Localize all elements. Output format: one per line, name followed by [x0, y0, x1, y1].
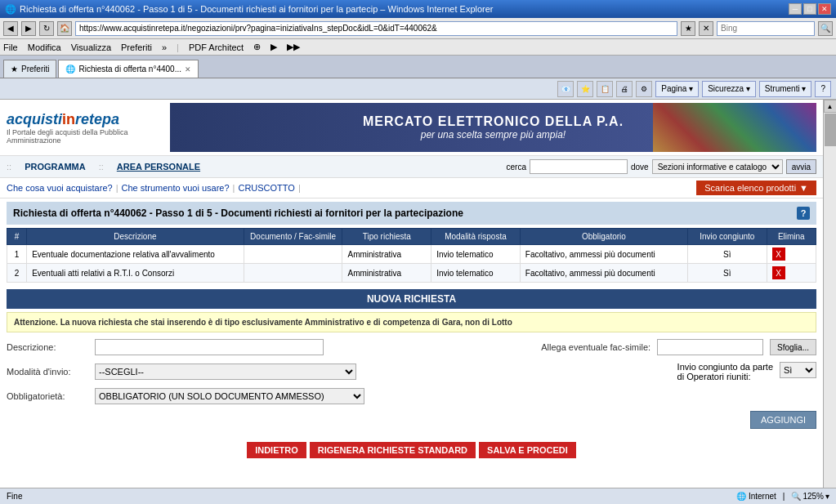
menu-pdf-icon2[interactable]: ▶: [270, 42, 277, 52]
row2-modalita: Invio telematico: [431, 264, 521, 283]
invio-select[interactable]: Sì: [780, 362, 816, 378]
descrizione-input[interactable]: [95, 339, 324, 355]
toolbar-icon3[interactable]: 📋: [597, 81, 613, 97]
row1-desc: Eventuale documentazione relativa all'av…: [27, 245, 244, 264]
form-row-obbligatorieta: Obbligatorietà: OBBLIGATORIO (UN SOLO DO…: [7, 388, 816, 404]
address-bar: ◀ ▶ ↻ 🏠 ★ ✕ 🔍: [0, 18, 836, 39]
delete-row1-button[interactable]: X: [772, 248, 785, 261]
menu-pdf-icon1[interactable]: ⊕: [253, 42, 261, 52]
row2-elimina: X: [767, 264, 816, 283]
logo-area: acquistiinretepa Il Portale degli acquis…: [7, 111, 170, 145]
favorites-star[interactable]: ★: [681, 21, 695, 36]
subnav-cosa[interactable]: Che cosa vuoi acquistare?: [7, 181, 113, 194]
page-title: Richiesta di offerta n°440062 - Passo 1 …: [13, 207, 463, 219]
refresh-stop[interactable]: ✕: [699, 21, 713, 36]
col-obbligatorio: Obbligatorio: [520, 229, 687, 245]
menu-preferiti[interactable]: Preferiti: [121, 42, 152, 52]
obbligatorieta-select[interactable]: OBBLIGATORIO (UN SOLO DOCUMENTO AMMESSO): [95, 388, 364, 404]
tab-close-button[interactable]: ✕: [185, 65, 191, 74]
form-row-descrizione: Descrizione: Allega eventuale fac-simile…: [7, 339, 816, 355]
close-button[interactable]: ✕: [818, 3, 831, 15]
indietro-button[interactable]: INDIETRO: [247, 442, 306, 458]
descrizione-label: Descrizione:: [7, 342, 88, 352]
toolbar-icon4[interactable]: 🖨: [616, 81, 633, 97]
modalita-select[interactable]: --SCEGLI--: [95, 364, 356, 380]
cerca-input[interactable]: [530, 159, 628, 174]
menu-file[interactable]: File: [3, 42, 18, 52]
scarica-icon: ▼: [799, 183, 808, 193]
tab-richiesta[interactable]: 🌐 Richiesta di offerta n°4400... ✕: [58, 60, 199, 78]
allega-input[interactable]: [657, 339, 763, 355]
avvia-button[interactable]: avvia: [786, 159, 816, 174]
invio-congiunto-label: Invio congiunto da parte: [677, 362, 773, 372]
scroll-track: [824, 113, 836, 491]
home-button[interactable]: 🏠: [57, 21, 72, 36]
menu-visualizza[interactable]: Visualizza: [71, 42, 111, 52]
search-go-button[interactable]: 🔍: [818, 21, 833, 36]
nav-bar: :: PROGRAMMA :: AREA PERSONALE cerca dov…: [0, 156, 823, 178]
menu-pdf[interactable]: PDF Architect: [189, 42, 244, 52]
scroll-thumb[interactable]: [825, 114, 836, 146]
strumenti-button[interactable]: Strumenti ▾: [759, 81, 812, 97]
toolbar-icon5[interactable]: ⚙: [636, 81, 652, 97]
zoom-chevron: ▾: [825, 492, 829, 501]
form-area: Descrizione: Allega eventuale fac-simile…: [7, 339, 816, 429]
row2-obblig: Facoltativo, ammessi più documenti: [520, 264, 687, 283]
sfoglia-button[interactable]: Sfoglia...: [770, 339, 816, 355]
subnav-cruscotto[interactable]: CRUSCOTTO: [238, 181, 294, 194]
tab-preferiti[interactable]: ★ Preferiti: [3, 60, 56, 78]
delete-row2-button[interactable]: X: [772, 266, 785, 279]
logo-tagline: Il Portale degli acquisti della Pubblica…: [7, 128, 170, 145]
forward-button[interactable]: ▶: [21, 21, 36, 36]
nuova-richiesta-title: NUOVA RICHIESTA: [7, 289, 816, 309]
back-button[interactable]: ◀: [3, 21, 18, 36]
minimize-button[interactable]: ─: [789, 3, 802, 15]
rigenera-button[interactable]: RIGENERA RICHIESTE STANDARD: [310, 442, 476, 458]
tab-preferiti-label: Preferiti: [21, 65, 49, 74]
page-title-bar: Richiesta di offerta n°440062 - Passo 1 …: [7, 202, 816, 225]
row2-num: 2: [7, 264, 27, 283]
pagina-button[interactable]: Pagina ▾: [655, 81, 699, 97]
row1-invio: Sì: [688, 245, 767, 264]
banner-image: [653, 103, 816, 152]
toolbar-icon2[interactable]: ⭐: [577, 81, 593, 97]
search-area: cerca dove Sezioni informative e catalog…: [507, 159, 817, 174]
menu-modifica[interactable]: Modifica: [28, 42, 61, 52]
refresh-button[interactable]: ↻: [39, 21, 54, 36]
row2-tipo: Amministrativa: [342, 264, 431, 283]
col-elimina: Elimina: [767, 229, 816, 245]
subnav-strumento[interactable]: Che strumento vuoi usare?: [122, 181, 230, 194]
nav-sep1: ::: [7, 162, 11, 172]
row2-desc: Eventuali atti relativi a R.T.I. o Conso…: [27, 264, 244, 283]
banner-area: MERCATO ELETTRONICO DELLA P.A. per una s…: [170, 103, 816, 152]
help-icon[interactable]: ?: [797, 207, 810, 220]
address-input[interactable]: [75, 21, 677, 36]
col-documento: Documento / Fac-simile: [244, 229, 342, 245]
menu-pdf-icon3[interactable]: ▶▶: [287, 42, 300, 52]
toolbar-icon1[interactable]: 📧: [557, 81, 574, 97]
scarica-button[interactable]: Scarica elenco prodotti ▼: [696, 181, 816, 195]
window-icon: 🌐: [5, 4, 16, 15]
tab-richiesta-icon: 🌐: [65, 65, 75, 74]
data-table: # Descrizione Documento / Fac-simile Tip…: [7, 228, 816, 283]
nav-programma[interactable]: PROGRAMMA: [25, 162, 86, 172]
cerca-label: cerca: [507, 163, 526, 172]
banner-subtitle: per una scelta sempre più ampia!: [363, 129, 624, 140]
help-button[interactable]: ?: [815, 81, 831, 97]
nav-area-personale[interactable]: AREA PERSONALE: [117, 162, 200, 172]
sicurezza-button[interactable]: Sicurezza ▾: [702, 81, 756, 97]
scroll-up-button[interactable]: ▲: [824, 100, 837, 113]
restore-button[interactable]: □: [803, 3, 816, 15]
bottom-buttons: INDIETRO RIGENERA RICHIESTE STANDARD SAL…: [0, 435, 823, 465]
row1-num: 1: [7, 245, 27, 264]
bing-search-input[interactable]: [717, 21, 815, 36]
banner-title: MERCATO ELETTRONICO DELLA P.A.: [363, 114, 624, 129]
content-area: acquistiinretepa Il Portale degli acquis…: [0, 100, 823, 504]
salva-button[interactable]: SALVA E PROCEDI: [479, 442, 576, 458]
modalita-label: Modalità d'invio:: [7, 367, 88, 377]
menu-more[interactable]: »: [162, 42, 167, 52]
table-row: 1 Eventuale documentazione relativa all'…: [7, 245, 816, 264]
scrollbar[interactable]: ▲ ▼: [823, 100, 836, 504]
dove-select[interactable]: Sezioni informative e catalogo: [652, 159, 783, 174]
aggiungi-button[interactable]: AGGIUNGI: [750, 411, 816, 429]
